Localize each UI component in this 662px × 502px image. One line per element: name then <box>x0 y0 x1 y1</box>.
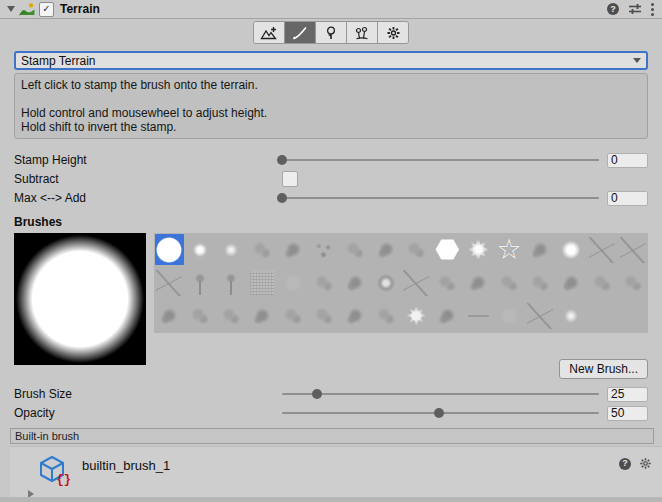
brush-asset-name: builtin_brush_1 <box>82 458 170 473</box>
mountain-plus-icon <box>260 26 278 40</box>
brush-size-label: Brush Size <box>14 387 282 401</box>
brush-cell-splotch-dark[interactable] <box>155 300 184 331</box>
component-enabled-checkbox[interactable]: ✓ <box>39 2 54 17</box>
tool-paint-terrain[interactable] <box>285 22 316 43</box>
brush-cell-splotch[interactable] <box>340 234 369 265</box>
brush-size-field[interactable] <box>607 387 648 402</box>
stamp-height-row: Stamp Height <box>14 151 648 169</box>
paint-mode-dropdown[interactable]: Stamp Terrain <box>14 51 648 70</box>
kebab-menu-icon[interactable] <box>651 3 654 16</box>
brush-cell-splotch[interactable] <box>248 234 277 265</box>
brush-cell-circle[interactable] <box>155 234 184 265</box>
new-brush-button[interactable]: New Brush... <box>559 359 648 379</box>
brush-cell-splotch[interactable] <box>371 300 400 331</box>
foldout-expanded-icon[interactable] <box>7 6 15 12</box>
brush-cell-tree[interactable] <box>217 267 246 298</box>
brush-cell-splotch-dark[interactable] <box>556 267 585 298</box>
slider-track <box>282 393 599 395</box>
brush-cell-splotch[interactable] <box>525 267 554 298</box>
brush-cell-splotch-dark[interactable] <box>464 267 493 298</box>
brush-cell-splotch[interactable] <box>278 300 307 331</box>
brush-cell-branch[interactable] <box>618 234 647 265</box>
opacity-slider[interactable] <box>282 404 599 422</box>
brush-cell-star-outline[interactable]: ☆ <box>495 234 524 265</box>
terrain-component-header: ✓ Terrain ? <box>0 0 662 19</box>
max-add-slider[interactable] <box>282 189 599 207</box>
slider-thumb[interactable] <box>277 193 287 203</box>
component-title: Terrain <box>60 2 100 16</box>
terrain-toolbar <box>0 19 662 46</box>
brush-cell-burst[interactable] <box>464 234 493 265</box>
brush-cell-splotch-dark[interactable] <box>340 300 369 331</box>
brush-cell-empty <box>618 300 647 331</box>
brush-cell-soft-circle[interactable] <box>556 234 585 265</box>
tool-paint-trees[interactable] <box>316 22 347 43</box>
brush-cell-splotch-dark[interactable] <box>371 234 400 265</box>
brush-preview <box>14 233 146 365</box>
brush-cell-splotch[interactable] <box>587 267 616 298</box>
tool-paint-details[interactable] <box>347 22 378 43</box>
paint-mode-value: Stamp Terrain <box>21 54 95 68</box>
max-add-row: Max <--> Add <box>14 189 648 207</box>
brush-cell-splotch[interactable] <box>402 234 431 265</box>
paintbrush-icon <box>291 26 309 40</box>
brush-cell-branch[interactable] <box>587 234 616 265</box>
brush-grid: ☆ <box>154 233 648 333</box>
brush-cell-splotch[interactable] <box>217 300 246 331</box>
brush-cell-dot[interactable] <box>217 234 246 265</box>
gear-icon <box>386 26 401 40</box>
brush-cell-splotch[interactable] <box>495 267 524 298</box>
brush-cell-hexagon[interactable] <box>433 234 462 265</box>
brush-cell-blob-bright[interactable] <box>371 267 400 298</box>
help-line: Hold control and mousewheel to adjust he… <box>21 106 641 120</box>
slider-track <box>282 197 599 199</box>
brush-cell-empty <box>587 300 616 331</box>
brush-cell-faint[interactable] <box>495 300 524 331</box>
stamp-help-box: Left click to stamp the brush onto the t… <box>14 73 648 139</box>
slider-track <box>282 159 599 161</box>
max-add-field[interactable] <box>607 191 648 206</box>
subtract-checkbox[interactable] <box>282 171 298 187</box>
subtract-label: Subtract <box>14 172 282 186</box>
brush-cell-splotch-dark[interactable] <box>433 300 462 331</box>
presets-icon[interactable] <box>628 3 642 15</box>
brush-cell-splotch[interactable] <box>186 300 215 331</box>
brush-cell-burst-bright[interactable] <box>402 300 431 331</box>
help-line <box>21 92 641 106</box>
brush-cell-dot[interactable] <box>556 300 585 331</box>
help-icon[interactable]: ? <box>619 458 631 470</box>
tree-icon <box>323 26 339 40</box>
brush-cell-ring[interactable] <box>186 234 215 265</box>
stamp-height-slider[interactable] <box>282 151 599 169</box>
brush-cell-splotch-dark[interactable] <box>248 300 277 331</box>
brush-cell-splotch[interactable] <box>618 267 647 298</box>
brush-size-slider[interactable] <box>282 385 599 403</box>
brush-cell-noise[interactable] <box>248 267 277 298</box>
brush-asset-panel: {} builtin_brush_1 ? <box>10 446 662 502</box>
tool-create-neighbor-terrains[interactable] <box>254 22 285 43</box>
opacity-field[interactable] <box>607 406 648 421</box>
brush-cell-splotch-dark[interactable] <box>340 267 369 298</box>
slider-thumb[interactable] <box>277 155 287 165</box>
stamp-height-field[interactable] <box>607 153 648 168</box>
brush-cell-branch[interactable] <box>155 267 184 298</box>
brush-cell-splotch[interactable] <box>433 267 462 298</box>
brush-cell-branch[interactable] <box>402 267 431 298</box>
scripted-object-braces-icon: {} <box>57 473 71 487</box>
brush-cell-faint[interactable] <box>278 267 307 298</box>
brush-cell-line[interactable] <box>464 300 493 331</box>
brush-cell-splotch-dark[interactable] <box>278 234 307 265</box>
brush-cell-tree[interactable] <box>186 267 215 298</box>
help-icon[interactable]: ? <box>607 3 619 15</box>
slider-thumb[interactable] <box>312 389 322 399</box>
gear-icon[interactable] <box>639 457 652 470</box>
brush-cell-splotch[interactable] <box>309 267 338 298</box>
brush-cell-splotch-dark[interactable] <box>525 234 554 265</box>
bottom-divider <box>0 497 662 502</box>
brush-cell-speckle[interactable] <box>309 234 338 265</box>
brush-cell-branch[interactable] <box>525 300 554 331</box>
chevron-down-icon <box>633 58 641 63</box>
tool-terrain-settings[interactable] <box>378 22 408 43</box>
slider-thumb[interactable] <box>434 408 444 418</box>
brush-cell-splotch[interactable] <box>309 300 338 331</box>
